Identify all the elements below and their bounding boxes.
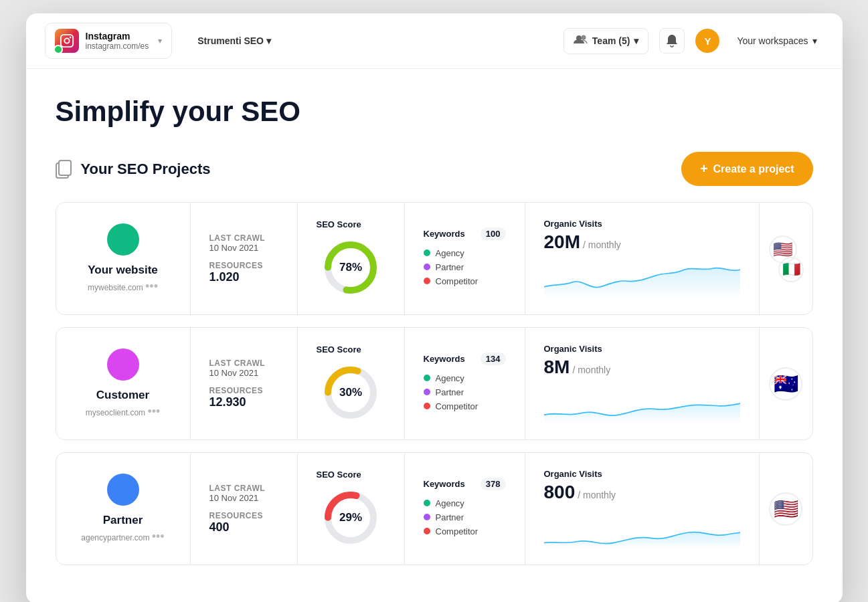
keyword-name: Competitor — [436, 276, 479, 286]
nav-menu: Strumenti SEO ▾ — [188, 30, 280, 52]
site-selector-chevron-icon: ▾ — [158, 36, 162, 45]
card-flags-section: 🇺🇸 🇮🇹 — [759, 203, 812, 314]
projects-title: Your SEO Projects — [56, 160, 211, 179]
project-domain: mywebsite.com ••• — [88, 280, 158, 294]
project-card: Partner agencypartner.com ••• Last Crawl… — [56, 452, 813, 565]
last-crawl-label: Last Crawl — [209, 233, 278, 243]
site-selector[interactable]: Instagram instagram.com/es ▾ — [45, 23, 173, 59]
svg-point-4 — [581, 35, 586, 39]
keyword-dot — [424, 264, 430, 270]
organic-value: 800 — [544, 482, 576, 503]
create-project-button[interactable]: + Create a project — [681, 152, 813, 186]
svg-rect-0 — [60, 35, 72, 47]
keyword-name: Agency — [436, 498, 464, 508]
card-crawl-section: Last Crawl 10 Nov 2021 Resources 1.020 — [190, 203, 297, 314]
keyword-item: Competitor — [424, 276, 506, 286]
last-crawl-date: 10 Nov 2021 — [209, 368, 278, 378]
keywords-title: Keywords — [424, 354, 465, 364]
card-site-section: Partner agencypartner.com ••• — [56, 453, 190, 565]
project-cards: Your website mywebsite.com ••• Last Craw… — [56, 202, 813, 565]
seo-donut: 78% — [321, 237, 381, 298]
keyword-dot — [424, 375, 430, 381]
keyword-name: Competitor — [436, 401, 479, 411]
keyword-name: Agency — [436, 373, 464, 383]
organic-label: Organic Visits — [544, 219, 740, 229]
organic-unit: / monthly — [578, 490, 616, 500]
sparkline-chart — [544, 383, 740, 423]
team-chevron-icon: ▾ — [634, 35, 638, 46]
card-seo-section: SEO Score 29% — [297, 453, 404, 565]
card-crawl-section: Last Crawl 10 Nov 2021 Resources 12.930 — [190, 328, 297, 439]
nav-item-strumenti-seo[interactable]: Strumenti SEO ▾ — [188, 30, 280, 52]
svg-point-1 — [64, 38, 69, 43]
workspace-button[interactable]: Your workspaces ▾ — [730, 31, 823, 50]
seo-pct-text: 29% — [339, 511, 362, 524]
card-menu-button[interactable]: ••• — [145, 280, 158, 293]
create-btn-label: Create a project — [713, 163, 794, 175]
last-crawl-date: 10 Nov 2021 — [209, 493, 278, 503]
notifications-button[interactable] — [659, 28, 685, 54]
card-organic-section: Organic Visits 8M / monthly — [525, 328, 759, 439]
team-button[interactable]: Team (5) ▾ — [563, 28, 649, 54]
last-crawl-label: Last Crawl — [209, 359, 278, 368]
keyword-dot — [424, 403, 430, 409]
copy-icon — [56, 160, 73, 179]
card-site-section: Your website mywebsite.com ••• — [56, 203, 190, 314]
projects-section-title: Your SEO Projects — [81, 161, 211, 178]
resources-label: Resources — [209, 386, 278, 395]
card-menu-button[interactable]: ••• — [147, 405, 160, 418]
organic-unit: / monthly — [572, 365, 610, 375]
page-title: Simplify your SEO — [56, 96, 813, 128]
keyword-item: Agency — [424, 498, 506, 508]
resources-label: Resources — [209, 261, 278, 270]
project-card: Your website mywebsite.com ••• Last Craw… — [56, 202, 813, 315]
project-name: Customer — [96, 389, 149, 402]
app-window: Instagram instagram.com/es ▾ Strumenti S… — [26, 13, 843, 602]
keyword-name: Partner — [436, 387, 464, 397]
keyword-name: Partner — [436, 262, 464, 272]
user-avatar[interactable]: Y — [695, 29, 719, 53]
card-keywords-section: Keywords 100 Agency Partner Competitor — [404, 203, 525, 314]
site-name: Instagram — [86, 31, 149, 41]
last-crawl-date: 10 Nov 2021 — [209, 243, 278, 253]
keywords-header: Keywords 378 — [424, 478, 506, 490]
resources-label: Resources — [209, 511, 278, 520]
keywords-header: Keywords 134 — [424, 353, 506, 365]
nav-item-label: Strumenti SEO — [197, 35, 264, 46]
workspace-label: Your workspaces — [737, 35, 808, 46]
keyword-item: Partner — [424, 512, 506, 522]
keyword-dot — [424, 278, 430, 284]
keyword-item: Competitor — [424, 526, 506, 536]
keyword-dot — [424, 528, 430, 534]
organic-label: Organic Visits — [544, 344, 740, 354]
card-flags-section: 🇺🇸 — [759, 453, 812, 565]
keywords-count: 134 — [481, 353, 506, 365]
team-label: Team (5) — [592, 35, 630, 46]
site-info: Instagram instagram.com/es — [86, 31, 149, 51]
organic-value: 8M — [544, 357, 570, 378]
project-card: Customer myseoclient.com ••• Last Crawl … — [56, 327, 813, 440]
team-icon — [574, 34, 588, 48]
workspace-chevron-icon: ▾ — [812, 35, 817, 46]
organic-unit: / monthly — [583, 239, 621, 250]
organic-value: 20M — [544, 231, 580, 253]
seo-donut: 29% — [321, 488, 381, 548]
seo-score-label: SEO Score — [317, 219, 361, 229]
header-right: Team (5) ▾ Y Your workspaces ▾ — [563, 28, 824, 54]
keyword-dot — [424, 249, 430, 256]
create-icon: + — [700, 161, 708, 177]
keyword-dot — [424, 389, 430, 395]
card-crawl-section: Last Crawl 10 Nov 2021 Resources 400 — [190, 453, 297, 565]
keyword-item: Competitor — [424, 401, 506, 411]
keyword-item: Partner — [424, 387, 506, 397]
card-keywords-section: Keywords 134 Agency Partner Competitor — [404, 328, 525, 439]
keywords-title: Keywords — [424, 229, 465, 239]
keyword-item: Agency — [424, 373, 506, 383]
resources-value: 400 — [209, 520, 278, 534]
svg-point-2 — [69, 37, 71, 39]
main-content: Simplify your SEO Your SEO Projects + Cr… — [26, 69, 843, 602]
keyword-dot — [424, 500, 430, 506]
card-menu-button[interactable]: ••• — [152, 530, 165, 543]
site-dot — [107, 474, 139, 506]
seo-score-label: SEO Score — [317, 470, 361, 480]
